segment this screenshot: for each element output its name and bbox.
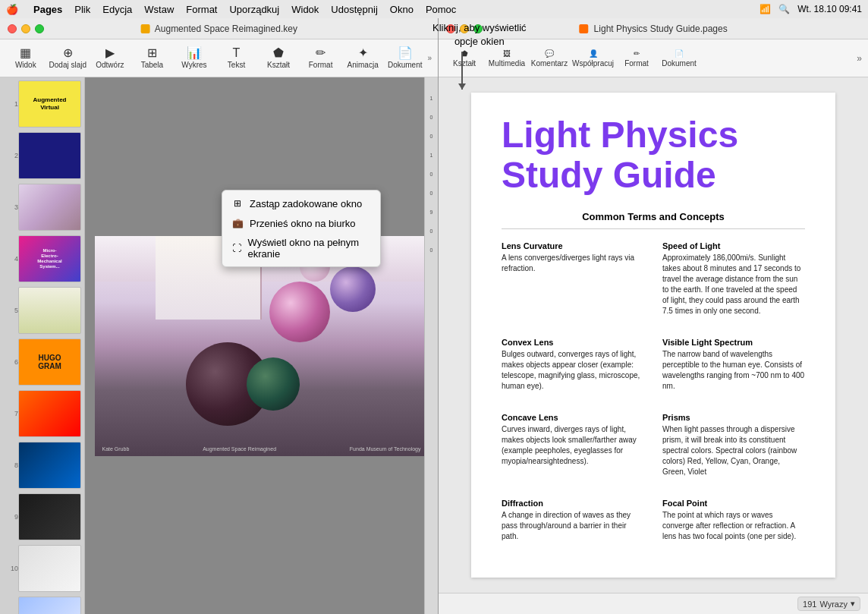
context-menu-item-1[interactable]: ⊞ Zastąp zadokowane okno — [222, 194, 380, 213]
menu-widok[interactable]: Widok — [291, 4, 319, 15]
slide-row-1: 1 AugmentedVirtual — [3, 80, 81, 128]
pages-tb-format[interactable]: ✏ Format — [617, 42, 656, 75]
term-block-convex-lens: Convex Lens Bulges outward, converges ra… — [502, 338, 644, 401]
wifi-icon: 📶 — [760, 4, 771, 14]
pages-bottombar: 191 Wyrazy ▾ — [439, 593, 868, 614]
toolbar-more-icon[interactable]: » — [427, 54, 432, 62]
menu-plik[interactable]: Plik — [74, 4, 90, 15]
menu-format[interactable]: Format — [186, 4, 217, 15]
slide-thumb-6[interactable]: HUGOGRAM — [18, 338, 81, 386]
term-def-convex-lens: Bulges outward, converges rays of light,… — [502, 349, 644, 392]
term-block-visible-light: Visible Light Spectrum The narrow band o… — [662, 338, 805, 401]
menu-wstaw[interactable]: Wstaw — [144, 4, 174, 15]
term-def-focal-point: The point at which rays or waves converg… — [662, 510, 805, 542]
pages-document-area: Light Physics Study Guide Common Terms a… — [439, 77, 868, 593]
document-page: Light Physics Study Guide Common Terms a… — [471, 93, 835, 578]
tb-dodaj-slajd[interactable]: ⊕ Dodaj slajd — [49, 42, 88, 75]
term-block-concave-lens: Concave Lens Curves inward, diverges ray… — [502, 413, 644, 486]
slide-thumb-2[interactable] — [18, 132, 81, 179]
chart-icon: 📊 — [187, 47, 202, 59]
maximize-button[interactable] — [35, 24, 44, 33]
context-menu-item-2[interactable]: 💼 Przenieś okno na biurko — [222, 213, 380, 233]
slide-thumb-10[interactable] — [18, 545, 81, 592]
context-menu: ⊞ Zastąp zadokowane okno 💼 Przenieś okno… — [222, 190, 381, 267]
document-title: Light Physics Study Guide — [502, 115, 805, 196]
pages-format-icon: ✏ — [634, 49, 640, 58]
pages-toolbar-more-icon[interactable]: » — [857, 53, 862, 64]
pages-tb-komentarz[interactable]: 💬 Komentarz — [530, 42, 569, 75]
animation-icon: ✦ — [358, 47, 368, 59]
keynote-icon — [140, 24, 149, 33]
menu-uporzadkuj[interactable]: Uporządkuj — [229, 4, 279, 15]
tb-animacja[interactable]: ✦ Animacja — [343, 42, 382, 75]
slide-row-4: 4 Micro-Electro-MechanicalSystem... — [3, 235, 81, 282]
slide-row-9: 9 — [3, 493, 81, 540]
slide-thumb-9[interactable] — [18, 493, 81, 540]
word-count-button[interactable]: 191 Wyrazy ▾ — [797, 597, 860, 611]
tb-odtworz[interactable]: ▶ Odtwórz — [90, 42, 130, 75]
tb-dokument[interactable]: 📄 Dokument — [385, 42, 425, 75]
vertical-ruler: 1 0 0 1 0 0 9 0 0 — [424, 77, 438, 614]
pages-comment-icon: 💬 — [545, 49, 554, 58]
menu-edycja[interactable]: Edycja — [102, 4, 132, 15]
slide-thumb-5[interactable] — [18, 287, 81, 334]
sphere-pink — [269, 282, 330, 342]
menu-pages[interactable]: Pages — [33, 4, 62, 15]
close-button[interactable] — [8, 24, 17, 33]
menu-udostepnij[interactable]: Udostępnij — [331, 4, 377, 15]
document-divider — [502, 228, 805, 229]
slide-thumb-11[interactable] — [18, 597, 81, 614]
play-icon: ▶ — [105, 47, 115, 59]
word-count-label: Wyrazy — [819, 600, 848, 609]
main-slide-area: Kate Grubb Augmented Space Reimagined Fu… — [85, 77, 438, 614]
context-menu-item-3[interactable]: ⛶ Wyświetl okno na pełnym ekranie — [222, 233, 380, 263]
slide-thumb-8[interactable] — [18, 442, 81, 489]
document-icon: 📄 — [398, 47, 413, 59]
tb-ksztalt[interactable]: ⬟ Kształt — [259, 42, 298, 75]
minimize-button[interactable] — [21, 24, 30, 33]
tb-wykres[interactable]: 📊 Wykres — [175, 42, 214, 75]
tb-tekst[interactable]: T Tekst — [217, 42, 256, 75]
menu-okno[interactable]: Okno — [390, 4, 414, 15]
term-block-diffraction: Diffraction A change in direction of wav… — [502, 499, 644, 551]
term-def-speed-of-light: Approximately 186,000mi/s. Sunlight take… — [662, 253, 805, 316]
table-icon: ⊞ — [147, 47, 157, 59]
tb-tabela[interactable]: ⊞ Tabela — [133, 42, 172, 75]
document-subtitle: Common Terms and Concepts — [502, 211, 805, 222]
shape-icon: ⬟ — [273, 47, 284, 59]
pages-tb-dokument[interactable]: 📄 Dokument — [659, 42, 699, 75]
term-def-visible-light: The narrow band of wavelengths perceptib… — [662, 349, 805, 392]
menu-pomoc[interactable]: Pomoc — [426, 4, 456, 15]
pages-document-icon: 📄 — [675, 49, 684, 58]
keynote-content: 1 AugmentedVirtual 2 3 4 — [0, 77, 438, 614]
windows-area: Augmented Space Reimagined.key ▦ Widok ⊕… — [0, 18, 868, 614]
term-title-visible-light: Visible Light Spectrum — [662, 338, 805, 347]
sphere-green — [247, 357, 300, 411]
slide-row-5: 5 — [3, 287, 81, 334]
tb-format[interactable]: ✏ Format — [301, 42, 341, 75]
pages-tb-wspolpracuj[interactable]: 👤 Współpracuj — [572, 42, 614, 75]
tb-widok[interactable]: ▦ Widok — [6, 42, 46, 75]
term-block-prisms: Prisms When light passes through a dispe… — [662, 413, 805, 486]
term-title-lens-curvature: Lens Curvature — [502, 241, 644, 250]
window-controls — [8, 24, 44, 33]
term-block-lens-curvature: Lens Curvature A lens converges/diverges… — [502, 241, 644, 326]
slide-row-7: 7 — [3, 390, 81, 437]
slide-row-2: 2 — [3, 132, 81, 179]
pages-collaborate-icon: 👤 — [589, 49, 598, 58]
search-icon[interactable]: 🔍 — [778, 4, 790, 14]
slide-thumb-7[interactable] — [18, 390, 81, 437]
slide-thumb-1[interactable]: AugmentedVirtual — [18, 80, 81, 128]
widok-icon: ▦ — [20, 47, 31, 59]
left-window-keynote: Augmented Space Reimagined.key ▦ Widok ⊕… — [0, 18, 439, 614]
slide-panel[interactable]: 1 AugmentedVirtual 2 3 4 — [0, 77, 85, 614]
term-title-prisms: Prisms — [662, 413, 805, 422]
apple-menu[interactable]: 🍎 — [6, 4, 18, 15]
slide-thumb-4[interactable]: Micro-Electro-MechanicalSystem... — [18, 235, 81, 282]
menubar: 🍎 Pages Plik Edycja Wstaw Format Uporząd… — [0, 0, 868, 18]
term-block-focal-point: Focal Point The point at which rays or w… — [662, 499, 805, 551]
format-icon: ✏ — [316, 47, 326, 59]
add-slide-icon: ⊕ — [63, 47, 73, 59]
slide-thumb-3[interactable] — [18, 184, 81, 231]
keynote-toolbar: ▦ Widok ⊕ Dodaj slajd ▶ Odtwórz ⊞ Tabela… — [0, 39, 438, 77]
